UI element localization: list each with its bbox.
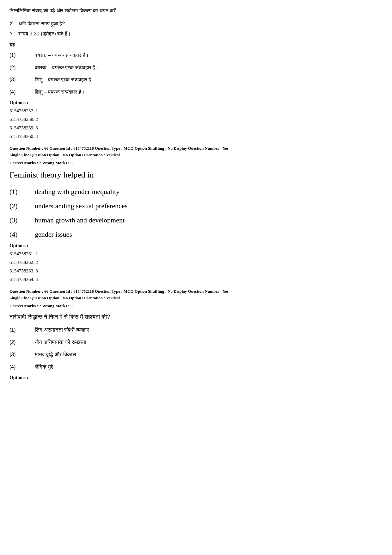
q65-option-3-text: शिशु – वयस्क पूरक संव्यवहार है।: [35, 75, 95, 84]
q65-options-block: (1) वयस्क – वयस्क संव्यवहार है। (2) वयस्…: [9, 51, 383, 141]
q65-option-2-number: (2): [9, 63, 35, 72]
q66-hindi-option-4-text: लैंगिक मुद्दे: [35, 363, 53, 372]
q66-option-val-4: 6154758264. 4: [9, 275, 383, 284]
q66-correct-marks2: Correct Marks : 2 Wrong Marks : 0: [9, 303, 383, 309]
q66-english-option-1: (1) dealing with gender inequality: [9, 186, 383, 197]
q66-english-option-3-number: (3): [9, 215, 35, 226]
q66-options-values: 6154758261. 1 6154758262. 2 6154758263. …: [9, 250, 383, 284]
q66-meta2-line2: Single Line Question Option : No Option …: [9, 295, 383, 302]
q66-english-question: Feminist theory helped in: [9, 169, 383, 181]
q65-option-2: (2) वयस्क – वयस्क पूरक संव्यवहार है।: [9, 63, 383, 72]
q66-english-option-1-number: (1): [9, 186, 35, 197]
q66-hindi-option-4: (4) लैंगिक मुद्दे: [9, 363, 383, 372]
instruction-text: निम्नलिखित संवाद को पढ़े और सर्वोत्तम वि…: [9, 6, 383, 16]
q66-hindi-option-4-number: (4): [9, 363, 35, 372]
q66-english-options-block: (1) dealing with gender inequality (2) u…: [9, 186, 383, 284]
q66-hindi-option-3-text: मानव वृद्धि और विकास: [35, 350, 76, 359]
q66-english-option-4-number: (4): [9, 229, 35, 240]
q66-meta-line2: Single Line Question Option : No Option …: [9, 152, 383, 159]
q65-option-val-1: 6154758257. 1: [9, 107, 383, 115]
q66-option-val-3: 6154758263. 3: [9, 267, 383, 275]
q66-hindi-options-label: Options :: [9, 375, 383, 380]
q66-hindi-question: नारीवादी सिद्धान्त ने निम्न में से किस म…: [9, 312, 383, 322]
q66-hindi-option-2-text: यौन अधिमानता को समझना: [35, 338, 86, 347]
q66-hindi-options-list: (1) लिंग असमानता संबंधी व्यवहार (2) यौन …: [9, 326, 383, 371]
q66-english-option-4: (4) gender issues: [9, 229, 383, 240]
q66-correct-marks: Correct Marks : 2 Wrong Marks : 0: [9, 160, 383, 165]
q66-hindi-option-1-text: लिंग असमानता संबंधी व्यवहार: [35, 326, 89, 335]
q66-option-val-1: 6154758261. 1: [9, 250, 383, 258]
q66-hindi-option-3: (3) मानव वृद्धि और विकास: [9, 350, 383, 359]
q65-options-list: (1) वयस्क – वयस्क संव्यवहार है। (2) वयस्…: [9, 51, 383, 97]
q65-option-4: (4) शिशु – वयस्क संव्यवहार है।: [9, 88, 383, 97]
q65-option-4-number: (4): [9, 88, 35, 97]
q65-option-2-text: वयस्क – वयस्क पूरक संव्यवहार है।: [35, 63, 99, 72]
q66-meta2: Question Number : 66 Question Id : 61547…: [9, 288, 383, 302]
q65-option-1-number: (1): [9, 51, 35, 60]
q66-hindi-option-2-number: (2): [9, 338, 35, 347]
q66-option-val-2: 6154758262. 2: [9, 258, 383, 267]
y-line: Y – शायद 9:30 (पूर्वाहन) बजे हैं।: [9, 29, 383, 39]
q66-english-option-3-text: human growth and development: [35, 215, 125, 226]
q65-option-3-number: (3): [9, 75, 35, 84]
q66-english-option-2-number: (2): [9, 200, 35, 211]
yah-text: यह: [9, 42, 383, 48]
q66-meta2-line1: Question Number : 66 Question Id : 61547…: [9, 288, 383, 295]
q66-english-option-2: (2) understanding sexual preferences: [9, 200, 383, 211]
q65-options-values: 6154758257. 1 6154758258. 2 6154758259. …: [9, 107, 383, 141]
q66-english-option-1-text: dealing with gender inequality: [35, 186, 119, 197]
q65-option-1: (1) वयस्क – वयस्क संव्यवहार है।: [9, 51, 383, 60]
q66-english-option-3: (3) human growth and development: [9, 215, 383, 226]
q66-hindi-option-2: (2) यौन अधिमानता को समझना: [9, 338, 383, 347]
q65-option-3: (3) शिशु – वयस्क पूरक संव्यवहार है।: [9, 75, 383, 84]
q65-options-label: Options :: [9, 100, 383, 105]
q66-english-option-2-text: understanding sexual preferences: [35, 200, 127, 211]
conversation-block: X – अभी कितना समय हुआ है? Y – शायद 9:30 …: [9, 19, 383, 39]
q65-option-val-3: 6154758259. 3: [9, 124, 383, 132]
q66-english-question-block: Feminist theory helped in: [9, 169, 383, 181]
q66-meta: Question Number : 66 Question Id : 61547…: [9, 145, 383, 159]
q65-option-val-4: 6154758260. 4: [9, 132, 383, 141]
instruction-block: निम्नलिखित संवाद को पढ़े और सर्वोत्तम वि…: [9, 6, 383, 16]
q66-hindi-options-block: (1) लिंग असमानता संबंधी व्यवहार (2) यौन …: [9, 326, 383, 380]
x-line: X – अभी कितना समय हुआ है?: [9, 19, 383, 29]
q66-hindi-option-1-number: (1): [9, 326, 35, 335]
q66-hindi-question-block: नारीवादी सिद्धान्त ने निम्न में से किस म…: [9, 312, 383, 322]
q66-meta-line1: Question Number : 66 Question Id : 61547…: [9, 145, 383, 152]
q66-english-option-4-text: gender issues: [35, 229, 72, 240]
q66-hindi-option-1: (1) लिंग असमानता संबंधी व्यवहार: [9, 326, 383, 335]
q65-option-4-text: शिशु – वयस्क संव्यवहार है।: [35, 88, 85, 97]
yah-block: यह: [9, 42, 383, 48]
q66-options-label: Options :: [9, 243, 383, 248]
q65-option-1-text: वयस्क – वयस्क संव्यवहार है।: [35, 51, 89, 60]
q66-hindi-option-3-number: (3): [9, 350, 35, 359]
q66-english-options-list: (1) dealing with gender inequality (2) u…: [9, 186, 383, 240]
q65-option-val-2: 6154758258. 2: [9, 115, 383, 124]
